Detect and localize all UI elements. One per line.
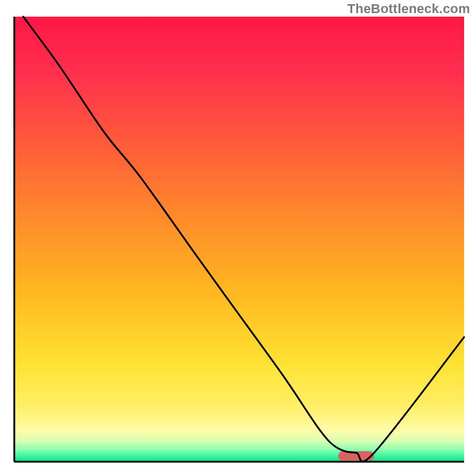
gradient-rect — [14, 17, 464, 462]
chart-stage: TheBottleneck.com — [0, 0, 476, 476]
plot-area — [14, 17, 464, 462]
watermark-label: TheBottleneck.com — [347, 1, 470, 17]
chart-svg — [0, 0, 476, 476]
